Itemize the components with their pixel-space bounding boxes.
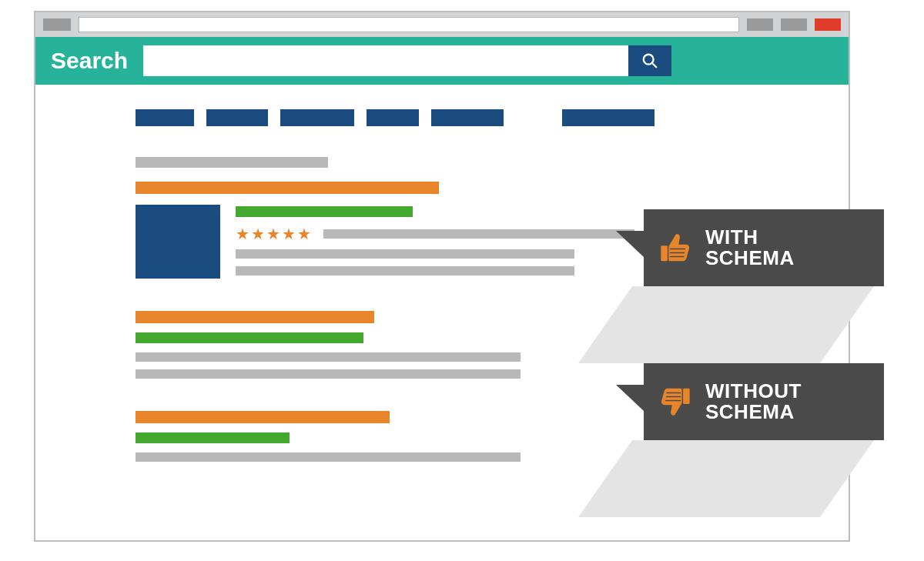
callout-text: WITHOUT SCHEMA: [705, 381, 802, 423]
star-icon: ★: [251, 226, 265, 242]
thumbs-up-icon: [658, 230, 693, 265]
star-icon: ★: [236, 226, 249, 242]
result-title[interactable]: [136, 411, 390, 423]
result-snippet-line: [323, 229, 634, 239]
callout-text: WITH SCHEMA: [705, 227, 795, 269]
result-snippet-line: [136, 352, 521, 362]
window-minimize-button[interactable]: [747, 18, 773, 31]
thumbs-down-icon: [658, 384, 693, 419]
search-label: Search: [51, 48, 128, 74]
result-url[interactable]: [136, 432, 290, 443]
callout-pointer: [616, 231, 644, 257]
star-icon: ★: [282, 226, 296, 242]
result-breadcrumb: [236, 206, 413, 217]
star-icon: ★: [266, 226, 280, 242]
svg-rect-6: [683, 389, 690, 404]
result-snippet-line: [236, 266, 574, 275]
tab-item[interactable]: [431, 109, 504, 126]
tab-item[interactable]: [367, 109, 419, 126]
result-title[interactable]: [136, 311, 374, 323]
browser-titlebar: [35, 12, 849, 37]
result-url[interactable]: [136, 157, 328, 168]
results-tabs: [136, 109, 849, 126]
address-bar[interactable]: [79, 17, 739, 32]
svg-line-1: [652, 63, 657, 68]
search-icon: [641, 52, 658, 69]
tab-spacer: [516, 109, 550, 126]
callout-without-schema: WITHOUT SCHEMA: [644, 363, 884, 440]
result-url[interactable]: [136, 332, 363, 343]
callout-with-schema: WITH SCHEMA: [644, 209, 884, 286]
result-snippet-line: [236, 249, 574, 259]
callout-pointer: [616, 385, 644, 411]
search-box: [143, 45, 671, 76]
star-rating: ★★★★★: [236, 226, 311, 242]
tab-item[interactable]: [280, 109, 354, 126]
result-thumbnail: [136, 205, 220, 279]
search-input[interactable]: [143, 45, 628, 76]
window-maximize-button[interactable]: [781, 18, 807, 31]
window-close-button[interactable]: [815, 18, 841, 31]
browser-menu-icon: [43, 18, 71, 31]
search-button[interactable]: [628, 45, 671, 76]
tab-item[interactable]: [136, 109, 194, 126]
tab-item[interactable]: [206, 109, 268, 126]
star-icon: ★: [297, 226, 311, 242]
svg-rect-2: [661, 245, 668, 261]
search-header: Search: [35, 37, 849, 85]
result-snippet-line: [136, 369, 521, 379]
result-title[interactable]: [136, 182, 439, 194]
result-snippet-line: [136, 452, 521, 462]
tab-item[interactable]: [562, 109, 654, 126]
